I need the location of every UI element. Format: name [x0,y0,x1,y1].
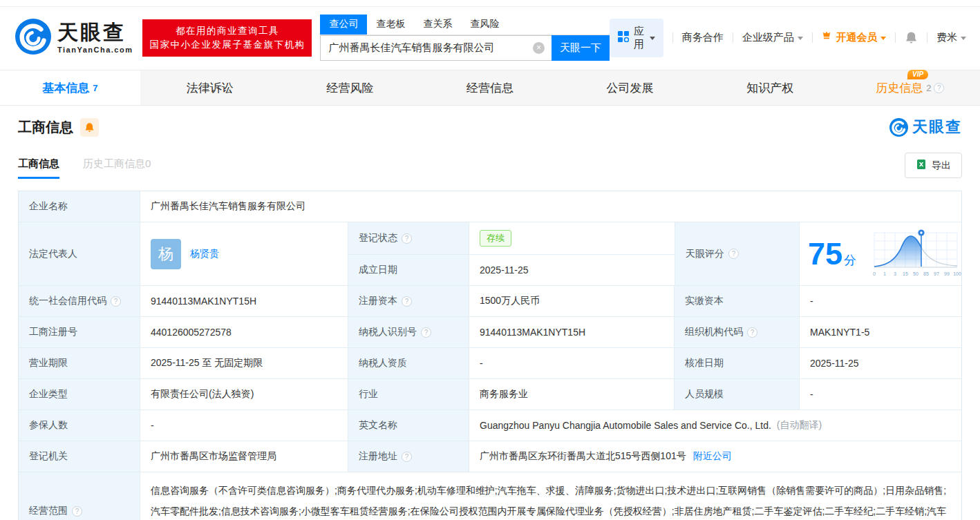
insured-count-value: - [140,410,348,441]
top-nav: 应用 商务合作 企业级产品 开通会员 费米 [610,19,966,57]
legal-rep-label: 法定代表人 [19,222,140,285]
company-section-tabs: 基本信息 7 法律诉讼 经营风险 经营信息 公司发展 知识产权 历史信息 VIP… [0,70,980,106]
notification-bell-icon[interactable] [905,31,918,44]
tab-label: 经营信息 [467,80,513,96]
reg-capital-label: 注册资本 [359,295,397,307]
export-button[interactable]: 导出 [905,153,962,178]
svg-text:3: 3 [894,271,896,276]
table-row-reg-address: 登记机关 广州市番禺区市场监督管理局 注册地址 ? 广州市番禺区东环街番禺大道北… [19,441,961,472]
section-title: 工商信息 [18,118,73,137]
table-row-reg-number: 工商注册号 440126005272578 纳税人识别号 ? 91440113M… [19,317,961,348]
help-icon[interactable]: ? [421,327,431,338]
tab-label: 经营风险 [326,80,373,96]
chevron-down-icon [880,37,886,40]
nearby-companies-link[interactable]: 附近公司 [693,450,732,463]
help-icon[interactable]: ? [402,233,412,244]
score-distribution-chart: 0 1 3 15 50 85 97 99 100 [867,227,968,280]
content-area: 工商信息 天眼查 工商信息 历史工商信息0 [0,106,980,520]
subscribe-bell-icon[interactable] [80,118,99,137]
help-icon[interactable]: ? [72,506,82,517]
nav-enterprise-products[interactable]: 企业级产品 [742,31,803,44]
tab-legal-proceedings[interactable]: 法律诉讼 [140,70,281,105]
business-scope-label-cell: 经营范围 ? [19,472,140,520]
divider [927,32,927,43]
tab-operational-risk[interactable]: 经营风险 [280,70,420,105]
search-tab-company[interactable]: 查公司 [320,15,367,35]
company-type-value: 有限责任公司(法人独资) [140,379,348,410]
nav-open-membership[interactable]: 开通会员 [821,31,886,44]
search-input[interactable] [320,35,552,61]
search-tab-relation[interactable]: 查关系 [414,15,461,35]
insured-count-label: 参保人数 [19,410,140,441]
taxpayer-id-label-cell: 纳税人识别号 ? [348,317,469,347]
paid-capital-label: 实缴资本 [675,286,800,316]
divider [812,32,813,43]
search-button[interactable]: 天眼一下 [552,35,610,61]
company-type-label: 企业类型 [19,379,140,410]
tab-count: 2 [926,83,931,93]
reg-capital-label-cell: 注册资本 ? [348,286,469,316]
export-button-label: 导出 [932,160,951,172]
taxpayer-id-value: 91440113MAK1NYT15H [469,317,675,347]
tab-intellectual-property[interactable]: 知识产权 [700,70,840,105]
reg-address-label-cell: 注册地址 ? [348,441,469,472]
est-date-value: 2025-11-25 [469,255,675,285]
reg-status-label: 登记状态 [359,232,397,244]
taxpayer-id-label: 纳税人识别号 [359,326,417,338]
help-icon[interactable]: ? [402,452,412,462]
reg-status-label-cell: 登记状态 ? [348,222,469,254]
reg-address-cell: 广州市番禺区东环街番禺大道北515号西侧101号 附近公司 [469,441,961,472]
help-icon[interactable]: ? [934,83,944,93]
reg-authority-value: 广州市番禺区市场监督管理局 [140,441,348,472]
english-name-label: 英文名称 [348,410,469,441]
tab-label: 法律诉讼 [187,80,234,96]
tab-label: 历史信息 [876,80,923,96]
tab-history-info[interactable]: 历史信息 VIP 2 ? [840,70,980,105]
legal-rep-link[interactable]: 杨贤贵 [190,248,219,260]
search-tab-risk[interactable]: 查风险 [461,15,508,35]
section-header: 工商信息 天眼查 [18,117,962,137]
watermark-logo-icon [889,118,908,137]
help-icon[interactable]: ? [111,296,121,307]
subtab-history-registration[interactable]: 历史工商信息0 [83,157,151,179]
reg-address-label: 注册地址 [359,450,397,463]
chevron-down-icon [798,37,803,40]
tianyancha-logo[interactable]: 天眼查 TianYanCha.com [15,19,133,57]
industry-value: 商务服务业 [469,379,675,410]
taxpayer-quality-label: 纳税人资质 [348,348,469,378]
chevron-down-icon [650,37,655,40]
auto-translate-note: (自动翻译) [777,419,822,432]
table-row-business-scope: 经营范围 ? 信息咨询服务（不含许可类信息咨询服务）;商务代理代办服务;机动车修… [19,472,961,520]
watermark-text: 天眼查 [912,117,962,137]
nav-cooperation[interactable]: 商务合作 [682,31,724,44]
tab-label: 公司发展 [607,80,654,96]
avatar[interactable]: 杨 [151,239,181,269]
header: 天眼查 TianYanCha.com 都在用的商业查询工具 国家中小企业发展子基… [0,7,980,70]
score-label-cell: 天眼评分 ? [675,222,800,285]
approval-date-label: 核准日期 [675,348,800,378]
business-term-value: 2025-11-25 至 无固定期限 [140,348,348,378]
search-tab-boss[interactable]: 查老板 [367,15,414,35]
tab-basic-info[interactable]: 基本信息 7 [0,70,140,105]
table-row-credit-code: 统一社会信用代码 ? 91440113MAK1NYT15H 注册资本 ? 150… [19,286,961,317]
tab-business-info[interactable]: 经营信息 [420,70,560,105]
clear-search-icon[interactable]: × [533,42,545,54]
business-term-label: 营业期限 [19,348,140,378]
promo-banner-line2: 国家中小企业发展子基金旗下机构 [149,38,305,52]
staff-size-label: 人员规模 [675,379,800,410]
help-icon[interactable]: ? [747,327,757,338]
help-icon[interactable]: ? [728,249,739,259]
help-icon[interactable]: ? [402,296,412,307]
tab-company-development[interactable]: 公司发展 [560,70,700,105]
svg-text:99: 99 [944,271,950,276]
nav-user-menu[interactable]: 费米 [936,31,966,44]
watermark-logo: 天眼查 [889,117,962,137]
svg-text:15: 15 [903,271,908,276]
crown-icon [821,31,832,44]
nav-enterprise-label: 企业级产品 [742,31,794,44]
company-name-label: 企业名称 [19,191,140,222]
apps-menu[interactable]: 应用 [610,19,663,57]
subtab-business-registration[interactable]: 工商信息 [18,157,59,179]
nav-user-name: 费米 [936,31,957,44]
promo-banner-line1: 都在用的商业查询工具 [149,24,305,38]
